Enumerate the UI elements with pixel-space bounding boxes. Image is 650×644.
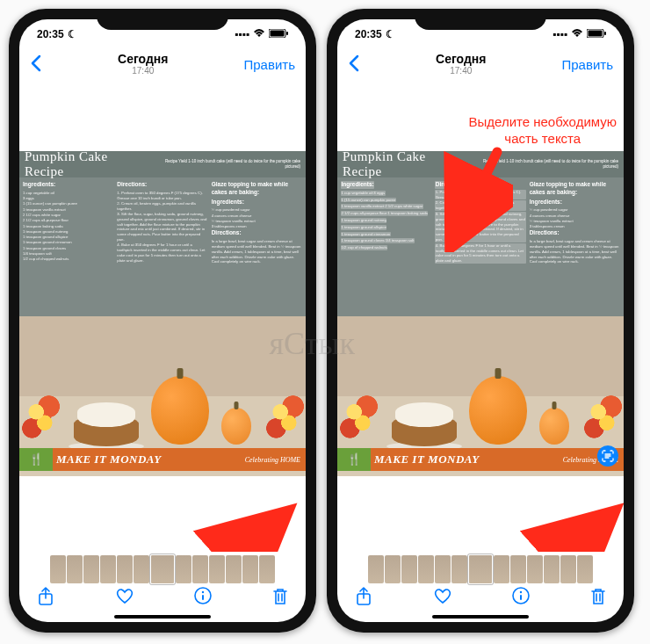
arrow-annotation	[151, 503, 306, 552]
utensils-icon: 🍴	[23, 450, 49, 469]
nav-title: Сегодня	[42, 53, 244, 66]
thumbnail-strip[interactable]	[337, 552, 624, 587]
dnd-moon-icon: ☾	[68, 28, 77, 40]
arrow-to-livetext	[478, 503, 624, 552]
col-glaze: Glaze topping to make while cakes are ba…	[530, 181, 620, 313]
cake-icon	[74, 402, 140, 446]
status-time: 20:35	[355, 28, 382, 40]
wifi-icon	[253, 28, 265, 40]
wifi-icon	[571, 28, 583, 40]
svg-rect-13	[520, 595, 522, 600]
nav-title: Сегодня	[360, 53, 562, 66]
flowers-icon	[264, 390, 306, 445]
live-text-button[interactable]	[597, 445, 618, 467]
nav-bar: Сегодня 17:40 Править	[337, 47, 624, 81]
screen-right: 20:35 ☾ ▪▪▪▪ Сегодня 17:40 Править	[337, 19, 624, 622]
nav-subtitle: 17:40	[42, 66, 244, 76]
recipe-image: Pumpkin Cake Recipe Recipe Yield 1-10 in…	[19, 151, 306, 476]
signal-icon: ▪▪▪▪	[552, 28, 567, 40]
pumpkin-icon	[151, 376, 208, 445]
home-indicator[interactable]	[432, 615, 529, 619]
info-button[interactable]	[194, 587, 212, 609]
edit-button[interactable]: Править	[244, 57, 296, 72]
share-button[interactable]	[355, 587, 372, 611]
pumpkin-small-icon	[221, 408, 252, 445]
pumpkin-small-icon	[539, 408, 570, 445]
svg-point-12	[520, 591, 522, 593]
home-indicator[interactable]	[114, 615, 211, 619]
thumbnail-strip[interactable]	[19, 552, 306, 587]
callout-text: Выделите необходимую часть текста	[469, 114, 618, 148]
recipe-title: Pumpkin Cake Recipe	[25, 149, 150, 179]
battery-icon	[587, 28, 606, 40]
banner: 🍴 MAKE IT MONDAY Celebrating HOME	[337, 448, 624, 471]
nav-subtitle: 17:40	[360, 66, 562, 76]
svg-rect-8	[604, 32, 606, 35]
col-glaze: Glaze topping to make while cakes are ba…	[212, 181, 302, 313]
svg-rect-9	[589, 31, 603, 37]
status-bar: 20:35 ☾ ▪▪▪▪	[19, 19, 306, 47]
nav-bar: Сегодня 17:40 Править	[19, 47, 306, 81]
flowers-icon	[337, 390, 379, 445]
svg-rect-1	[286, 32, 288, 35]
signal-icon: ▪▪▪▪	[235, 28, 249, 40]
banner: 🍴 MAKE IT MONDAY Celebrating HOME	[19, 448, 306, 471]
back-button[interactable]	[30, 54, 42, 75]
back-button[interactable]	[348, 54, 360, 75]
recipe-yield: Recipe Yield 1-10 inch bundt cake (will …	[150, 159, 300, 170]
trash-button[interactable]	[272, 587, 288, 611]
col-directions: Directions: 1. Preheat oven to 350 degre…	[117, 181, 207, 313]
col-ingredients-selected[interactable]: Ingredients: 1 cup vegetable oil3 eggs1 …	[341, 181, 431, 313]
favorite-button[interactable]	[115, 587, 134, 609]
edit-button[interactable]: Править	[562, 57, 614, 72]
iphone-frame-left: 20:35 ☾ ▪▪▪▪ Сегодня 17:40 Править	[9, 9, 316, 633]
dnd-moon-icon: ☾	[386, 28, 395, 40]
svg-rect-6	[202, 595, 204, 600]
utensils-icon: 🍴	[341, 450, 367, 469]
arrow-to-text	[425, 147, 513, 252]
svg-rect-2	[271, 31, 285, 37]
status-bar: 20:35 ☾ ▪▪▪▪	[337, 19, 624, 47]
favorite-button[interactable]	[433, 587, 452, 609]
iphone-frame-right: 20:35 ☾ ▪▪▪▪ Сегодня 17:40 Править	[327, 9, 634, 633]
share-button[interactable]	[37, 587, 54, 611]
status-time: 20:35	[37, 28, 64, 40]
col-ingredients: Ingredients: 1 cup vegetable oil3 eggs1 …	[23, 181, 113, 313]
pumpkin-icon	[469, 376, 526, 445]
battery-icon	[269, 28, 288, 40]
photo-viewer[interactable]: Выделите необходимую часть текста Pumpki…	[337, 81, 624, 552]
flowers-icon	[581, 390, 624, 445]
photo-viewer[interactable]: Pumpkin Cake Recipe Recipe Yield 1-10 in…	[19, 81, 306, 552]
flowers-icon	[19, 390, 61, 445]
trash-button[interactable]	[590, 587, 606, 611]
svg-point-5	[202, 591, 204, 593]
screen-left: 20:35 ☾ ▪▪▪▪ Сегодня 17:40 Править	[19, 19, 306, 622]
info-button[interactable]	[512, 587, 530, 609]
cake-icon	[392, 402, 458, 446]
